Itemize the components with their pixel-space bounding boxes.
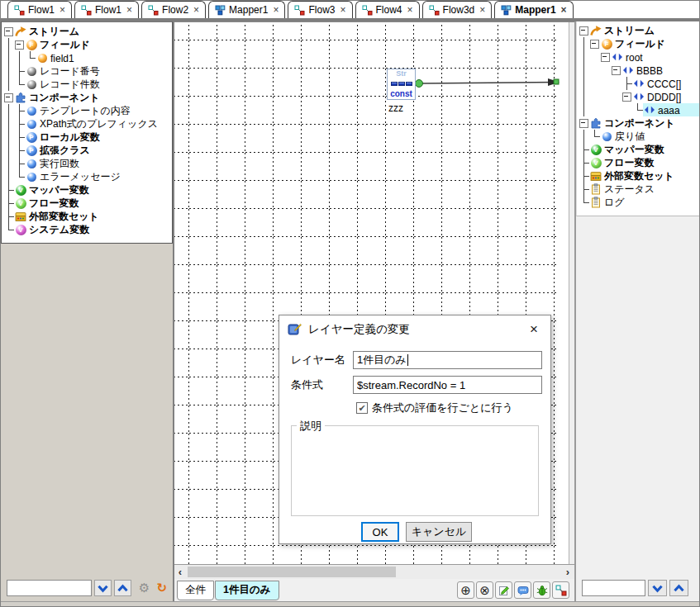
- target-tree-item[interactable]: ステータス: [579, 183, 699, 196]
- comment-button[interactable]: [514, 581, 531, 599]
- flow-icon: [148, 5, 159, 16]
- source-tree-item[interactable]: エラーメッセージ: [3, 170, 172, 183]
- target-tree-item[interactable]: DDDD[]: [579, 90, 699, 103]
- tree-guide: [611, 103, 621, 116]
- tab-flow2-2[interactable]: Flow2×: [141, 1, 206, 18]
- source-search-input[interactable]: [7, 580, 92, 596]
- tab-flow3-4[interactable]: Flow3×: [288, 1, 352, 18]
- source-tree-item[interactable]: Fフィールド: [3, 38, 172, 51]
- target-tree-item[interactable]: ログ: [579, 196, 699, 209]
- row-evaluation-checkbox[interactable]: ✔: [356, 402, 368, 414]
- tree-expander-icon[interactable]: [3, 25, 14, 38]
- target-tree-item[interactable]: root: [579, 50, 699, 64]
- flow-link-button[interactable]: [552, 581, 569, 599]
- target-search-down-button[interactable]: [648, 580, 667, 596]
- target-tree-item[interactable]: ストリーム: [579, 24, 699, 37]
- target-tree-item[interactable]: Vマッパー変数: [579, 143, 699, 156]
- source-tree-item[interactable]: XPath式のプレフィックス: [3, 117, 172, 130]
- target-tree-item[interactable]: 戻り値: [579, 130, 699, 143]
- tree-guide: [14, 170, 25, 183]
- source-tree-item[interactable]: Vシステム変数: [3, 223, 172, 236]
- refresh-icon[interactable]: ↻: [155, 580, 169, 596]
- source-tree-item[interactable]: コンポーネント: [3, 91, 172, 104]
- source-tree-item[interactable]: レコード番号: [3, 64, 172, 78]
- target-tree-item[interactable]: CCCC[]: [579, 77, 699, 90]
- mapper-icon: [215, 5, 226, 16]
- tab-close-icon[interactable]: ×: [479, 4, 485, 16]
- source-tree-item[interactable]: ストリーム: [3, 25, 172, 38]
- tree-guide: [3, 117, 14, 130]
- layer-tab[interactable]: 全件: [177, 581, 214, 600]
- dialog-titlebar: レイヤー定義の変更 ×: [279, 315, 550, 343]
- zoom-out-button[interactable]: ⊗: [476, 581, 493, 599]
- target-tree-item[interactable]: BBBB: [579, 64, 699, 77]
- tab-flow1-0[interactable]: Flow1×: [7, 1, 72, 18]
- tree-guide: [589, 50, 600, 64]
- debug-button[interactable]: [533, 581, 550, 599]
- tree-expander-icon[interactable]: [3, 91, 14, 104]
- source-tree-item[interactable]: Pローカル変数: [3, 130, 172, 144]
- source-tree-item[interactable]: Vマッパー変数: [3, 183, 172, 197]
- tab-mapper1-3[interactable]: Mapper1×: [208, 1, 285, 18]
- tab-flow1-1[interactable]: Flow1×: [74, 1, 139, 18]
- tree-expander-icon[interactable]: [600, 50, 611, 64]
- target-search-input[interactable]: [582, 580, 645, 596]
- edit-layer-button[interactable]: [495, 581, 512, 599]
- tab-flow4-5[interactable]: Flow4×: [355, 1, 420, 18]
- tab-close-icon[interactable]: ×: [126, 4, 132, 16]
- tab-label: Flow4: [376, 4, 402, 16]
- target-tree-item[interactable]: aaaa: [579, 103, 699, 116]
- source-tree-item[interactable]: テンプレートの内容: [3, 104, 172, 117]
- tree-expander-icon[interactable]: [579, 116, 589, 130]
- tree-expander-icon[interactable]: [589, 37, 600, 50]
- tree-guide: [25, 51, 36, 64]
- ball-orange-F: F: [601, 38, 612, 50]
- close-icon[interactable]: ×: [526, 321, 542, 338]
- target-search-up-button[interactable]: [669, 580, 688, 596]
- tab-close-icon[interactable]: ×: [407, 4, 413, 16]
- scroll-right-icon[interactable]: ›: [562, 566, 574, 579]
- canvas-horizontal-scrollbar[interactable]: ‹ ›: [174, 564, 574, 579]
- clipboard-icon: [590, 197, 602, 208]
- tree-expander-icon[interactable]: [611, 64, 621, 77]
- source-tree-item[interactable]: レコード件数: [3, 78, 172, 91]
- canvas-vertical-scrollbar[interactable]: [569, 22, 574, 564]
- settings-gear-icon[interactable]: ⚙: [136, 580, 151, 596]
- tree-guide: [621, 103, 632, 116]
- source-search-down-button[interactable]: [94, 580, 112, 596]
- tab-close-icon[interactable]: ×: [193, 4, 199, 16]
- zoom-in-button[interactable]: ⊕: [457, 581, 474, 599]
- layer-tab[interactable]: 1件目のみ: [215, 581, 279, 600]
- ok-button[interactable]: OK: [361, 522, 399, 542]
- tree-guide: [14, 144, 25, 157]
- const-mapper-node[interactable]: Str const: [387, 69, 416, 100]
- source-tree-item[interactable]: P拡張クラス: [3, 144, 172, 157]
- scroll-left-icon[interactable]: ‹: [174, 566, 186, 579]
- layer-name-input[interactable]: 1件目のみ: [353, 351, 542, 369]
- source-tree-item[interactable]: 外部変数セット: [3, 210, 172, 223]
- tab-close-icon[interactable]: ×: [60, 4, 65, 16]
- source-tree-item[interactable]: Vフロー変数: [3, 197, 172, 210]
- tab-mapper1-7[interactable]: Mapper1×: [494, 1, 573, 18]
- target-tree-item[interactable]: Vフロー変数: [579, 156, 699, 169]
- target-tree-item[interactable]: 外部変数セット: [579, 169, 699, 183]
- horizontal-scroll-thumb[interactable]: [188, 567, 396, 577]
- tab-close-icon[interactable]: ×: [273, 4, 279, 16]
- dialog-body: レイヤー名 1件目のみ 条件式 ✔ 条件式の評価を行ごとに行う 説明 OK キャ…: [279, 343, 550, 542]
- tab-close-icon[interactable]: ×: [340, 4, 346, 16]
- tree-item-label: DDDD[]: [647, 91, 683, 103]
- source-search-up-button[interactable]: [114, 580, 131, 596]
- cancel-button[interactable]: キャンセル: [406, 522, 472, 542]
- target-tree-item[interactable]: コンポーネント: [579, 116, 699, 130]
- source-tree-item[interactable]: 実行回数: [3, 157, 172, 170]
- tree-expander-icon[interactable]: [14, 38, 25, 51]
- target-tree-item[interactable]: Fフィールド: [579, 37, 699, 50]
- tab-flow3d-6[interactable]: Flow3d×: [422, 1, 493, 18]
- condition-input[interactable]: [353, 376, 542, 394]
- tab-close-icon[interactable]: ×: [561, 4, 567, 16]
- tree-expander-icon[interactable]: [621, 90, 632, 103]
- description-textarea[interactable]: [292, 426, 538, 515]
- tree-expander-icon[interactable]: [579, 24, 589, 37]
- tree-guide: [3, 64, 14, 78]
- source-tree-item[interactable]: field1: [3, 51, 172, 64]
